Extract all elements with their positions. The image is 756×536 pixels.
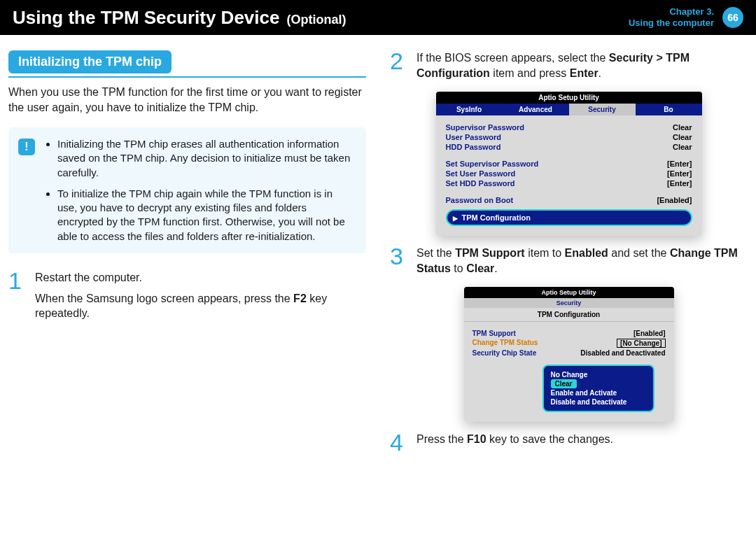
step-3: 3 Set the TPM Support item to Enabled an… [390,246,748,276]
bios-popup: No Change Clear Enable and Activate Disa… [542,365,654,412]
bios-value: [Enter] [667,160,692,168]
bios-label: HDD Password [446,143,501,151]
step-1-line-1: Restart the computer. [35,270,366,285]
title-main: Using the TPM Security Device [13,7,279,29]
bios-panel: Supervisor PasswordClear User PasswordCl… [436,115,702,236]
bios-popup-option-selected: Clear [551,379,577,388]
text: If the BIOS screen appears, select the [416,52,609,64]
bios-title: Aptio Setup Utility [464,287,674,298]
bios-label: Supervisor Password [446,123,525,132]
note-bullet: Initializing the TPM chip erases all aut… [57,137,354,180]
bios-label: Set User Password [446,169,516,178]
bios-tab-boot: Bo [636,104,702,115]
bios-label: TPM Support [472,330,516,337]
bios-tab-security: Security [464,298,674,308]
bios-label: Change TPM Status [472,339,538,348]
step-4-text: Press the F10 key to save the changes. [416,432,613,447]
bios-value: [Enter] [667,179,692,188]
bios-popup-option: Enable and Activate [551,388,646,397]
bios-label: Set Supervisor Password [446,160,539,168]
note-bullet: To initialize the TPM chip again while t… [57,187,354,244]
bios-panel: TPM Support[Enabled] Change TPM Status[N… [464,322,674,422]
step-number: 2 [390,50,408,80]
section-header-wrap: Initializing the TPM chip [8,50,366,78]
bios-row: Security Chip StateDisabled and Deactiva… [472,348,666,358]
bios-value: [No Change] [617,339,665,348]
bold: Enter [570,67,598,79]
bios-tab-advanced: Advanced [503,104,569,115]
text: . [598,67,601,79]
page-title: Using the TPM Security Device (Optional) [13,7,346,29]
text: to [451,262,466,274]
bios-row: Set HDD Password[Enter] [446,178,692,188]
step-number: 3 [390,246,408,276]
breadcrumb-section: Using the computer [629,17,714,29]
step-body: If the BIOS screen appears, select the S… [416,50,748,80]
bios-value: Clear [673,143,692,151]
bios-value: Clear [673,133,692,141]
bios-popup-option: No Change [551,370,646,379]
bios-label: Password on Boot [446,196,514,204]
bios-row-selected: Change TPM Status[No Change] [472,338,666,348]
bios-value: Clear [673,123,692,132]
bios-row: Supervisor PasswordClear [446,122,692,132]
left-column: Initializing the TPM chip When you use t… [8,50,366,465]
section-title: Initializing the TPM chip [8,50,172,73]
text: Set the [416,247,455,259]
step-1-line-2: When the Samsung logo screen appears, pr… [35,291,366,321]
bios-tab-security: Security [569,104,636,115]
bold: Enabled [565,247,608,259]
text: item and press [490,67,570,79]
bios-label: Security Chip State [472,349,537,357]
bios-screenshot-1: Aptio Setup Utility SysInfo Advanced Sec… [436,92,702,236]
bios-row: Password on Boot[Enabled] [446,195,692,205]
bios-selected-item: TPM Configuration [446,209,692,226]
note-box: ! Initializing the TPM chip erases all a… [8,127,366,253]
bios-value: [Enter] [667,169,692,178]
step-number: 1 [8,270,27,321]
breadcrumb: Chapter 3. Using the computer 66 [629,6,743,29]
page-body: Initializing the TPM chip When you use t… [0,35,756,465]
breadcrumb-chapter: Chapter 3. [629,6,714,17]
text: key to save the changes. [486,433,613,445]
bold: TPM Support [455,247,525,259]
text: item to [525,247,565,259]
bios-row: TPM Support[Enabled] [472,329,666,338]
page-number: 66 [727,12,738,23]
step-3-text: Set the TPM Support item to Enabled and … [416,246,748,276]
bios-label: Set HDD Password [446,179,515,188]
text: and set the [608,247,670,259]
title-optional: (Optional) [286,13,346,27]
bios-value: [Enabled] [634,330,666,337]
text: When the Samsung logo screen appears, pr… [35,292,293,304]
bios-screenshot-2: Aptio Setup Utility Security TPM Configu… [464,287,674,422]
breadcrumb-text: Chapter 3. Using the computer [629,6,714,29]
bios-subtitle: TPM Configuration [464,308,674,322]
bios-row: Set User Password[Enter] [446,169,692,178]
bios-value: Disabled and Deactivated [580,349,665,357]
text: Press the [416,433,467,445]
step-body: Set the TPM Support item to Enabled and … [416,246,748,276]
bios-label: User Password [446,133,501,141]
step-2-text: If the BIOS screen appears, select the S… [416,50,748,80]
top-bar: Using the TPM Security Device (Optional)… [0,0,756,35]
page-number-badge: 66 [722,7,743,28]
warning-icon: ! [18,139,35,155]
bios-popup-option: Disable and Deactivate [551,397,646,407]
step-2: 2 If the BIOS screen appears, select the… [390,50,748,80]
step-body: Restart the computer. When the Samsung l… [35,270,366,321]
bios-value: [Enabled] [657,196,692,204]
bios-tab-sysinfo: SysInfo [436,104,503,115]
bios-title: Aptio Setup Utility [436,92,702,104]
text: . [494,262,497,274]
bios-row: User PasswordClear [446,132,692,142]
step-1: 1 Restart the computer. When the Samsung… [8,270,366,321]
step-number: 4 [390,432,408,453]
bold: Clear [466,262,494,274]
right-column: 2 If the BIOS screen appears, select the… [390,50,748,465]
step-body: Press the F10 key to save the changes. [416,432,613,453]
bios-row: HDD PasswordClear [446,142,692,152]
step-4: 4 Press the F10 key to save the changes. [390,432,748,453]
key-f2: F2 [293,292,307,304]
key-f10: F10 [467,433,486,445]
